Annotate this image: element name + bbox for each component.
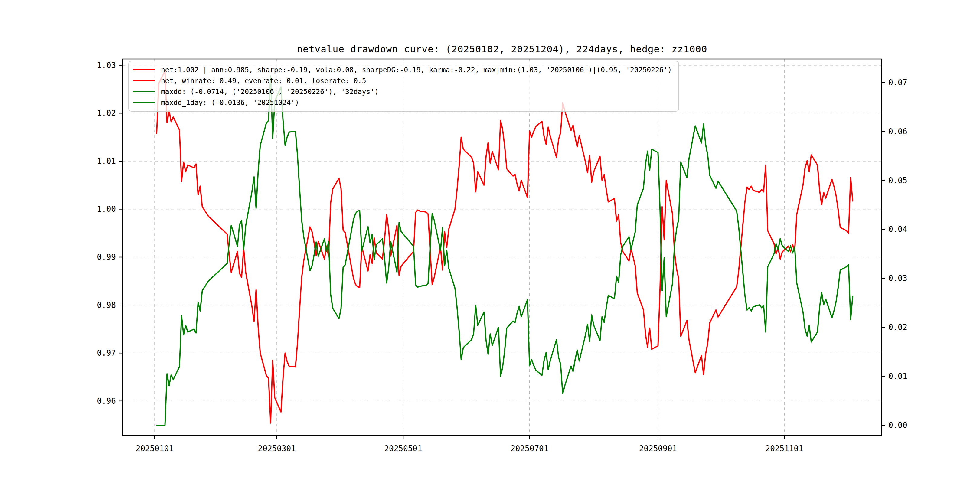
svg-text:0.98: 0.98 bbox=[97, 301, 116, 310]
series-lines bbox=[157, 71, 853, 425]
svg-text:0.01: 0.01 bbox=[888, 372, 907, 381]
svg-text:0.03: 0.03 bbox=[888, 274, 907, 283]
svg-text:20251101: 20251101 bbox=[765, 444, 803, 453]
axis-ticks: 0.960.970.980.991.001.011.021.030.000.01… bbox=[97, 61, 907, 453]
svg-text:0.97: 0.97 bbox=[97, 348, 116, 358]
svg-text:20250301: 20250301 bbox=[258, 444, 296, 453]
plot-frame bbox=[123, 59, 882, 436]
grid-lines bbox=[123, 59, 882, 436]
svg-text:1.01: 1.01 bbox=[97, 157, 116, 166]
maxdd-line-swatch bbox=[133, 91, 155, 92]
svg-text:20250101: 20250101 bbox=[136, 444, 173, 453]
svg-text:0.06: 0.06 bbox=[888, 127, 907, 136]
chart-title: netvalue drawdown curve: (20250102, 2025… bbox=[123, 43, 882, 54]
svg-text:0.00: 0.00 bbox=[888, 421, 907, 430]
legend-label: maxdd_1day: (-0.0136, '20251024') bbox=[161, 99, 299, 107]
net-line-swatch bbox=[133, 69, 155, 70]
legend-item-maxdd-1day: maxdd_1day: (-0.0136, '20251024') bbox=[133, 97, 672, 108]
svg-text:0.02: 0.02 bbox=[888, 323, 907, 332]
chart-figure: 0.960.970.980.991.001.011.021.030.000.01… bbox=[0, 0, 980, 490]
legend-item-maxdd: maxdd: (-0.0714, ('20250106', '20250226'… bbox=[133, 86, 672, 97]
legend-item-net-stats: net:1.002 | ann:0.985, sharpe:-0.19, vol… bbox=[133, 64, 672, 75]
svg-text:0.96: 0.96 bbox=[97, 396, 116, 406]
maxdd-1day-line-swatch bbox=[133, 102, 155, 103]
legend-label: maxdd: (-0.0714, ('20250106', '20250226'… bbox=[161, 88, 379, 95]
legend-label: net:1.002 | ann:0.985, sharpe:-0.19, vol… bbox=[161, 66, 672, 74]
svg-text:20250901: 20250901 bbox=[639, 444, 677, 453]
svg-text:0.05: 0.05 bbox=[888, 176, 907, 185]
svg-text:0.04: 0.04 bbox=[888, 225, 907, 234]
svg-text:0.99: 0.99 bbox=[97, 253, 116, 262]
legend-item-net-rates: net, winrate: 0.49, evenrate: 0.01, lose… bbox=[133, 75, 672, 86]
svg-text:1.00: 1.00 bbox=[97, 204, 116, 213]
legend-box: net:1.002 | ann:0.985, sharpe:-0.19, vol… bbox=[128, 61, 679, 111]
svg-text:20250701: 20250701 bbox=[511, 444, 548, 453]
svg-text:0.07: 0.07 bbox=[888, 78, 907, 87]
svg-text:1.03: 1.03 bbox=[97, 61, 116, 70]
svg-text:1.02: 1.02 bbox=[97, 108, 116, 118]
net-line-swatch bbox=[133, 80, 155, 81]
svg-text:20250501: 20250501 bbox=[384, 444, 422, 453]
legend-label: net, winrate: 0.49, evenrate: 0.01, lose… bbox=[161, 77, 366, 85]
